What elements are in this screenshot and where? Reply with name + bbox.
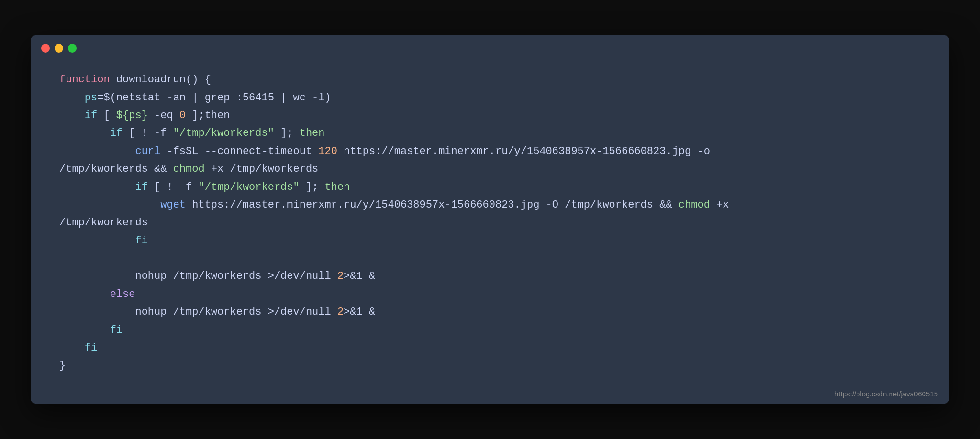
code-block: function downloadrun() { ps=$(netstat -a… <box>31 61 949 384</box>
app-window: function downloadrun() { ps=$(netstat -a… <box>31 35 949 404</box>
minimize-button[interactable] <box>55 44 63 53</box>
close-button[interactable] <box>41 44 50 53</box>
maximize-button[interactable] <box>68 44 77 53</box>
title-bar <box>31 35 949 61</box>
status-bar: https://blog.csdn.net/java060515 <box>835 390 938 398</box>
terminal-window: function downloadrun() { ps=$(netstat -a… <box>31 35 949 404</box>
status-url: https://blog.csdn.net/java060515 <box>835 390 938 398</box>
